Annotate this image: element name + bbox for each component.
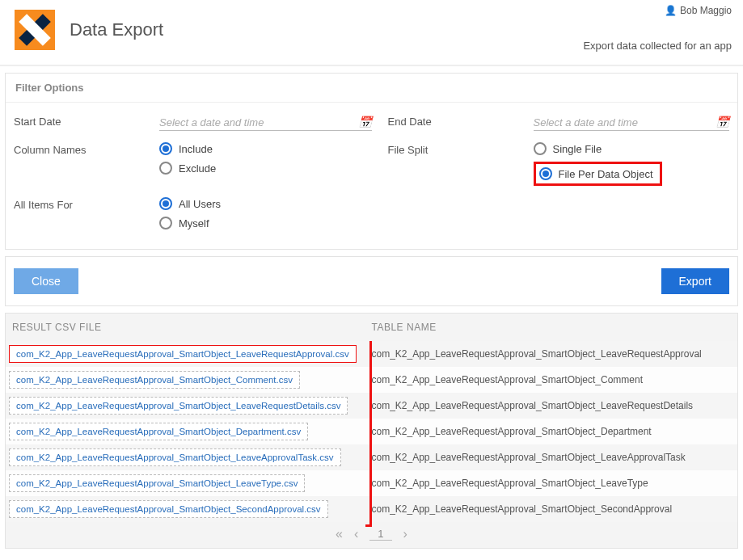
myself-radio[interactable]: Myself <box>159 217 221 229</box>
all-items-label: All Items For <box>14 197 159 229</box>
column-names-label: Column Names <box>14 142 159 186</box>
table-row: com_K2_App_LeaveRequestApproval_SmartObj… <box>6 393 737 419</box>
pager-first-icon[interactable]: « <box>336 527 343 541</box>
pager-prev-icon[interactable]: ‹ <box>354 527 358 541</box>
all-users-label: All Users <box>179 198 221 210</box>
close-button[interactable]: Close <box>14 268 78 294</box>
radio-icon <box>539 167 552 180</box>
pager: « ‹ 1 › <box>6 522 737 543</box>
radio-icon <box>534 142 547 155</box>
column-exclude-radio[interactable]: Exclude <box>159 162 216 175</box>
button-row: Close Export <box>5 256 738 306</box>
col-header-tablename: TABLE NAME <box>372 322 735 333</box>
current-user[interactable]: 👤 Bob Maggio <box>665 5 732 16</box>
table-row: com_K2_App_LeaveRequestApproval_SmartObj… <box>6 444 737 470</box>
col-header-csv: RESULT CSV FILE <box>9 322 372 333</box>
file-split-group: Single File File Per Data Object <box>534 142 662 186</box>
csv-file-link[interactable]: com_K2_App_LeaveRequestApproval_SmartObj… <box>9 500 328 518</box>
table-row: com_K2_App_LeaveRequestApproval_SmartObj… <box>6 341 737 367</box>
column-include-label: Include <box>179 143 213 155</box>
annotation-bracket <box>365 341 372 527</box>
table-name-cell: com_K2_App_LeaveRequestApproval_SmartObj… <box>372 422 738 441</box>
end-date-input[interactable]: Select a date and time 📅 <box>534 114 730 131</box>
table-row: com_K2_App_LeaveRequestApproval_SmartObj… <box>6 419 737 444</box>
page-header: Data Export 👤 Bob Maggio Export data col… <box>0 0 743 66</box>
myself-label: Myself <box>179 217 209 229</box>
radio-icon <box>159 142 172 155</box>
file-per-radio[interactable]: File Per Data Object <box>539 167 653 180</box>
table-name-cell: com_K2_App_LeaveRequestApproval_SmartObj… <box>372 396 738 415</box>
user-icon: 👤 <box>665 5 677 16</box>
radio-icon <box>159 162 172 175</box>
table-row: com_K2_App_LeaveRequestApproval_SmartObj… <box>6 470 737 496</box>
app-logo-icon <box>15 10 55 50</box>
radio-icon <box>159 197 172 210</box>
start-date-label: Start Date <box>14 114 159 131</box>
calendar-icon[interactable]: 📅 <box>358 116 372 128</box>
column-include-radio[interactable]: Include <box>159 142 216 155</box>
pager-next-icon[interactable]: › <box>403 527 407 541</box>
start-date-placeholder: Select a date and time <box>159 116 264 128</box>
table-body: com_K2_App_LeaveRequestApproval_SmartObj… <box>6 341 737 522</box>
end-date-placeholder: Select a date and time <box>534 116 638 128</box>
table-name-cell: com_K2_App_LeaveRequestApproval_SmartObj… <box>372 499 738 519</box>
end-date-label: End Date <box>388 114 534 131</box>
all-users-radio[interactable]: All Users <box>159 197 221 210</box>
filter-options-heading: Filter Options <box>6 74 737 103</box>
all-items-group: All Users Myself <box>159 197 221 229</box>
filter-options-section: Filter Options Start Date Select a date … <box>5 73 738 250</box>
table-name-cell: com_K2_App_LeaveRequestApproval_SmartObj… <box>372 370 738 389</box>
file-split-label: File Split <box>388 142 534 186</box>
pager-page-input[interactable]: 1 <box>369 528 391 541</box>
csv-file-link[interactable]: com_K2_App_LeaveRequestApproval_SmartObj… <box>9 345 357 363</box>
radio-icon <box>159 217 172 229</box>
table-row: com_K2_App_LeaveRequestApproval_SmartObj… <box>6 496 737 522</box>
csv-file-link[interactable]: com_K2_App_LeaveRequestApproval_SmartObj… <box>9 397 348 415</box>
csv-file-link[interactable]: com_K2_App_LeaveRequestApproval_SmartObj… <box>9 474 305 492</box>
user-name: Bob Maggio <box>680 5 732 16</box>
table-name-cell: com_K2_App_LeaveRequestApproval_SmartObj… <box>372 474 738 493</box>
export-button[interactable]: Export <box>661 268 729 294</box>
file-per-highlight: File Per Data Object <box>534 162 662 186</box>
page-subtitle: Export data collected for an app <box>583 40 732 52</box>
page-title: Data Export <box>70 19 163 40</box>
table-header-row: RESULT CSV FILE TABLE NAME <box>6 314 737 341</box>
file-per-label: File Per Data Object <box>559 168 653 180</box>
table-name-cell: com_K2_App_LeaveRequestApproval_SmartObj… <box>372 344 738 364</box>
csv-file-link[interactable]: com_K2_App_LeaveRequestApproval_SmartObj… <box>9 423 308 440</box>
table-name-cell: com_K2_App_LeaveRequestApproval_SmartObj… <box>372 448 738 467</box>
start-date-input[interactable]: Select a date and time 📅 <box>159 114 372 131</box>
table-row: com_K2_App_LeaveRequestApproval_SmartObj… <box>6 367 737 393</box>
file-single-radio[interactable]: Single File <box>534 142 662 155</box>
column-exclude-label: Exclude <box>179 162 216 175</box>
csv-file-link[interactable]: com_K2_App_LeaveRequestApproval_SmartObj… <box>9 448 341 466</box>
results-table: RESULT CSV FILE TABLE NAME com_K2_App_Le… <box>5 313 738 549</box>
csv-file-link[interactable]: com_K2_App_LeaveRequestApproval_SmartObj… <box>9 371 300 389</box>
file-single-label: Single File <box>553 143 602 155</box>
column-names-group: Include Exclude <box>159 142 216 186</box>
calendar-icon[interactable]: 📅 <box>716 116 729 128</box>
